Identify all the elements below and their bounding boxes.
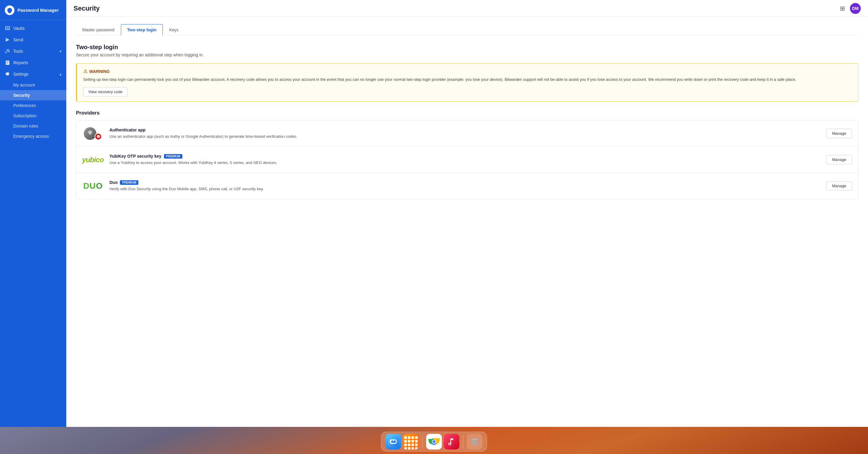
providers-title: Providers (76, 110, 858, 116)
sidebar-item-vaults-label: Vaults (13, 26, 25, 31)
domain-rules-label: Domain rules (13, 124, 38, 128)
authenticator-app-name: Authenticator app (110, 127, 820, 132)
yubikey-premium-badge: Premium (164, 154, 182, 158)
duo-name: Duo Premium (110, 180, 820, 185)
logo-icon (5, 5, 14, 15)
emergency-access-label: Emergency access (13, 134, 49, 139)
content-area: Master password Two-step login Keys Two-… (66, 17, 868, 427)
dock-launchpad[interactable] (403, 434, 418, 450)
yubikey-logo: yubico (82, 152, 103, 167)
sidebar-item-security[interactable]: Security (0, 90, 66, 100)
authenticator-app-logo (82, 126, 103, 141)
authenticator-manage-button[interactable]: Manage (827, 129, 852, 138)
sidebar-item-settings[interactable]: Settings ▴ (0, 68, 66, 80)
sidebar-item-reports[interactable]: Reports (0, 57, 66, 68)
svg-point-7 (391, 441, 392, 442)
sidebar-item-tools[interactable]: Tools ▾ (0, 46, 66, 57)
tools-chevron-icon: ▾ (60, 50, 61, 53)
launchpad-icon (403, 434, 418, 450)
sidebar-item-send[interactable]: Send (0, 34, 66, 46)
dock (381, 432, 487, 452)
svg-point-12 (433, 440, 435, 443)
svg-rect-1 (6, 27, 9, 29)
duo-letter-d: D (83, 181, 89, 191)
duo-letter-o: O (96, 181, 102, 191)
sidebar-item-send-label: Send (13, 37, 23, 42)
sidebar-item-vaults[interactable]: Vaults (0, 23, 66, 34)
duo-logo: D U O (82, 178, 103, 193)
vault-icon (5, 26, 10, 31)
sidebar: Password Manager Vaults Send Tools (0, 0, 66, 427)
trash-icon (467, 434, 483, 450)
yubikey-desc: Use a YubiKey to access your account. Wo… (110, 160, 820, 166)
yubikey-info: YubiKey OTP security key Premium Use a Y… (110, 154, 820, 166)
avatar[interactable]: DM (850, 3, 861, 14)
provider-duo: D U O Duo Premium Verify with Duo Securi… (76, 173, 858, 199)
tab-keys[interactable]: Keys (163, 24, 185, 35)
view-recovery-code-button[interactable]: View recovery code (83, 87, 127, 96)
yubico-wordmark: yubico (82, 156, 103, 164)
page-title: Security (73, 4, 100, 12)
duo-desc: Verify with Duo Security using the Duo M… (110, 186, 820, 192)
main-content: Security ⊞ DM Master password Two-step l… (66, 0, 868, 427)
sidebar-item-domain-rules[interactable]: Domain rules (0, 121, 66, 131)
dock-divider-2 (463, 435, 463, 448)
dock-finder[interactable] (385, 434, 401, 450)
duo-manage-button[interactable]: Manage (827, 181, 852, 190)
sidebar-item-preferences[interactable]: Preferences (0, 100, 66, 111)
tab-two-step-login[interactable]: Two-step login (121, 24, 163, 35)
two-step-login-desc: Secure your account by requiring an addi… (76, 53, 858, 57)
subscription-label: Subscription (13, 113, 36, 118)
duo-premium-badge: Premium (120, 180, 138, 185)
sidebar-item-subscription[interactable]: Subscription (0, 111, 66, 121)
sidebar-nav: Vaults Send Tools ▾ Reports (0, 20, 66, 427)
topbar-right: ⊞ DM (840, 3, 861, 14)
warning-label: WARNING (89, 69, 110, 74)
chrome-icon (426, 434, 442, 450)
preferences-label: Preferences (13, 103, 36, 108)
security-label: Security (13, 93, 30, 98)
yubikey-name: YubiKey OTP security key Premium (110, 154, 820, 158)
topbar: Security ⊞ DM (66, 0, 868, 17)
dock-area (0, 427, 868, 454)
svg-point-8 (393, 441, 394, 442)
warning-text: Setting up two-step login can permanentl… (83, 77, 852, 83)
authenticator-overlay-icon (95, 133, 102, 140)
gear-icon (84, 127, 96, 140)
duo-wordmark: D U O (83, 181, 102, 191)
app-name: Password Manager (18, 7, 59, 13)
sidebar-item-reports-label: Reports (13, 60, 28, 65)
authenticator-app-info: Authenticator app Use an authenticator a… (110, 127, 820, 140)
settings-icon (5, 71, 10, 77)
dock-music[interactable] (444, 434, 459, 450)
provider-authenticator-app: Authenticator app Use an authenticator a… (76, 121, 858, 147)
sidebar-item-settings-label: Settings (13, 72, 29, 77)
sidebar-item-my-account[interactable]: My account (0, 80, 66, 90)
finder-icon (385, 434, 401, 450)
my-account-label: My account (13, 83, 35, 87)
tabs: Master password Two-step login Keys (76, 24, 858, 35)
two-step-login-title: Two-step login (76, 44, 858, 51)
authenticator-app-desc: Use an authenticator app (such as Authy … (110, 133, 820, 140)
grid-icon[interactable]: ⊞ (840, 5, 845, 12)
dock-divider-1 (422, 435, 423, 448)
duo-info: Duo Premium Verify with Duo Security usi… (110, 180, 820, 192)
tools-icon (5, 49, 10, 54)
warning-triangle-icon: ⚠ (83, 68, 87, 74)
reports-icon (5, 60, 10, 65)
dock-trash[interactable] (467, 434, 483, 450)
warning-title: ⚠ WARNING (83, 68, 852, 74)
settings-chevron-icon: ▴ (60, 72, 61, 76)
app-logo: Password Manager (0, 0, 66, 20)
tab-master-password[interactable]: Master password (76, 24, 121, 35)
sidebar-item-emergency-access[interactable]: Emergency access (0, 131, 66, 141)
providers-list: Authenticator app Use an authenticator a… (76, 120, 858, 199)
duo-letter-u: U (90, 181, 96, 191)
yubikey-manage-button[interactable]: Manage (827, 155, 852, 164)
send-icon (5, 37, 10, 42)
warning-box: ⚠ WARNING Setting up two-step login can … (76, 63, 858, 101)
sidebar-item-tools-label: Tools (13, 49, 23, 54)
provider-yubikey: yubico YubiKey OTP security key Premium … (76, 147, 858, 173)
dock-chrome[interactable] (426, 434, 442, 450)
music-icon (444, 434, 459, 450)
